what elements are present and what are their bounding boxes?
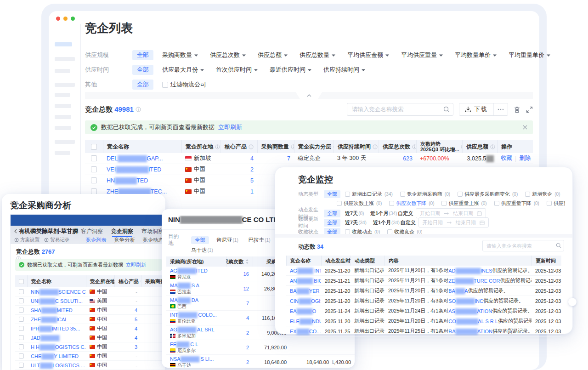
tool-link[interactable]: 方案设置	[14, 237, 40, 243]
checkbox-icon[interactable]	[525, 192, 530, 197]
row-checkbox[interactable]	[19, 363, 24, 368]
row-checkbox[interactable]	[19, 335, 24, 340]
buyers-count-link[interactable]: 7	[287, 155, 290, 162]
favorite-link[interactable]: 收藏	[501, 154, 512, 162]
filter-all-badge[interactable]: 全部	[324, 219, 340, 227]
purchase-count-link[interactable]: 2	[246, 359, 249, 365]
row-checkbox[interactable]	[91, 166, 97, 172]
table-row[interactable]: CHE████Y LIMITED 中国 -	[15, 352, 165, 361]
activity-type-checkbox[interactable]: 供应重量上涨(0)	[441, 200, 486, 207]
table-row[interactable]: NIN██████SCIENCE C... 中国 -	[15, 287, 165, 296]
custom-range-label[interactable]: 自定义	[401, 219, 416, 226]
checkbox-icon[interactable]	[458, 192, 463, 197]
checkbox-icon[interactable]	[337, 201, 342, 206]
time-range-option[interactable]: 近1个月(34)	[370, 210, 397, 217]
sidebar-item-active[interactable]	[55, 42, 72, 46]
competitor-name-link[interactable]: EX████CO...	[290, 329, 321, 334]
collapse-filters-button[interactable]	[296, 92, 322, 99]
checkbox-icon[interactable]	[400, 192, 405, 197]
competitor-name-link[interactable]: ZHE█████ICAL	[31, 317, 68, 322]
search-input[interactable]	[347, 103, 453, 116]
sort-icon[interactable]	[245, 259, 249, 264]
filter-dropdown[interactable]: 供应总数量	[300, 51, 335, 59]
table-row[interactable]: CIN████OGIS... 2025-11-20 新增出口记录 2025年11…	[286, 296, 561, 306]
info-icon[interactable]	[490, 144, 495, 149]
monitor-search[interactable]	[482, 240, 564, 251]
competitor-name-link[interactable]: AN█████ BIO...	[290, 278, 321, 284]
time-range-option[interactable]: 近1个月(34)	[373, 219, 400, 226]
core-products-link[interactable]: -	[136, 353, 137, 359]
purchase-count-link[interactable]: 2	[246, 345, 249, 350]
time-range-option[interactable]: 近7天(0)	[345, 210, 364, 217]
activity-type-checkbox[interactable]: 新增竞企(0)	[525, 191, 560, 198]
activity-type-checkbox[interactable]: 供应次数下降(0)	[389, 200, 434, 207]
row-checkbox[interactable]	[91, 177, 97, 183]
core-products-link[interactable]: 5	[135, 317, 137, 322]
filter-dropdown[interactable]: 供应持续时间	[323, 66, 365, 74]
close-window-dot[interactable]	[56, 17, 60, 21]
competitor-name-link[interactable]: DEL████████GAP...	[107, 155, 163, 162]
refresh-now-link[interactable]: 立即刷新	[218, 123, 242, 131]
activity-type-checkbox[interactable]: 竞企新增采购商(0)	[400, 191, 450, 198]
time-range-option[interactable]: 近7天(34)	[345, 219, 367, 226]
core-products-link[interactable]: 3	[135, 344, 137, 350]
buyer-name-link[interactable]: AG██████ AL SRL	[170, 326, 222, 333]
delete-link[interactable]: 删除	[519, 154, 531, 162]
filter-dropdown[interactable]: 平均供应金额	[347, 51, 389, 59]
competitor-search[interactable]	[347, 103, 453, 116]
purchase-count-link[interactable]: 16	[243, 271, 249, 277]
row-checkbox[interactable]	[19, 289, 24, 294]
competitor-name-link[interactable]: ULT████LOGISTICS ...	[31, 363, 85, 368]
activity-type-checkbox[interactable]: 供应数量上涨(0)	[547, 200, 565, 207]
filter-all-badge[interactable]: 全部	[132, 50, 153, 60]
table-row[interactable]: NSA██████ S LI... 乌干达 2 18,648.00 18,648…	[166, 355, 355, 368]
search-icon[interactable]	[556, 243, 561, 248]
download-button[interactable]: 下载	[459, 103, 493, 115]
filter-dropdown[interactable]: 平均供应重量	[401, 51, 443, 59]
buyer-name-link[interactable]: MA████ DA	[170, 297, 222, 303]
checkbox-icon[interactable]	[345, 192, 350, 197]
purchase-count-link[interactable]: 7	[246, 301, 249, 306]
info-icon[interactable]	[373, 144, 378, 149]
checkbox-icon[interactable]	[162, 82, 168, 88]
info-icon[interactable]	[412, 144, 416, 149]
competitor-name-link[interactable]: HN██████TED	[107, 177, 148, 184]
activity-type-checkbox[interactable]: 新增出口记录(34)	[345, 191, 393, 198]
competitor-name-link[interactable]: CIN████OGIS...	[290, 298, 321, 304]
purchase-count-link[interactable]: 2	[246, 330, 249, 336]
filter-dropdown[interactable]: 平均重量单价	[509, 51, 550, 59]
filter-all-badge[interactable]: 全部	[132, 80, 153, 90]
custom-range-label[interactable]: 自定义	[398, 210, 413, 217]
table-row[interactable]: BA████YER ... 2025-11-20 新增出口记录 2025年11月…	[286, 286, 561, 296]
checkbox-icon[interactable]	[547, 201, 552, 206]
tab-item[interactable]: 客户洞察	[81, 228, 103, 235]
table-row[interactable]: ULT████LOGISTICS ... 中国 -	[15, 361, 165, 370]
destination-option[interactable]: 乌干达(1)	[191, 247, 213, 254]
row-checkbox[interactable]	[19, 298, 24, 303]
table-row[interactable]: ZHE█████ICAL 中国 5	[15, 315, 165, 324]
filter-dropdown[interactable]: 平均数量单价	[455, 51, 497, 59]
subtab-item[interactable]: 竞争分析	[114, 237, 135, 244]
subtab-item[interactable]: 竞企动态	[142, 237, 164, 244]
supplier-name-link[interactable]: CO███████AL S R L	[448, 319, 498, 324]
core-products-link[interactable]: -	[136, 363, 137, 368]
buyer-name-link[interactable]: NSA██████ S LI...	[170, 356, 222, 362]
supplier-name-link[interactable]: AS███████ATION	[448, 308, 492, 314]
row-checkbox[interactable]	[19, 326, 24, 331]
filter-all-badge[interactable]: 全部	[324, 210, 340, 217]
clear-list-button[interactable]	[514, 106, 520, 113]
search-icon[interactable]	[443, 106, 450, 113]
table-row[interactable]: SHA█████MITED 中国 4	[15, 306, 165, 315]
supplier-name-link[interactable]: SO██████INC	[448, 298, 483, 304]
supplier-name-link[interactable]: AD████████INES	[448, 268, 492, 273]
checkbox-icon[interactable]	[494, 201, 499, 206]
filter-all-badge[interactable]: 全部	[324, 190, 340, 198]
checkbox-icon[interactable]	[387, 229, 392, 234]
checkbox-icon[interactable]	[389, 201, 394, 206]
info-icon[interactable]	[136, 107, 141, 112]
chevron-left-icon[interactable]	[14, 229, 17, 233]
supplier-name-link[interactable]: ZE██████TURE COR	[448, 278, 500, 284]
maximize-window-dot[interactable]	[71, 17, 75, 21]
buyer-name-link[interactable]: FE████ C L	[170, 341, 222, 347]
filter-all-badge[interactable]: 全部	[132, 65, 153, 75]
